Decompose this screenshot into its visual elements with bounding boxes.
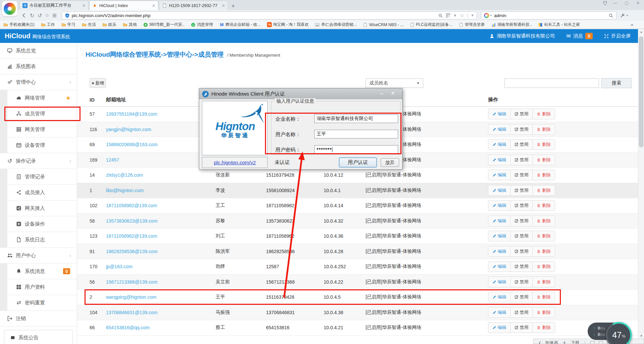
edit-button[interactable]: 编辑: [488, 262, 511, 272]
sidebar-item-12[interactable]: 设备操作: [0, 216, 77, 232]
username-field[interactable]: 王平: [314, 130, 398, 138]
back-icon[interactable]: [21, 13, 27, 18]
browser-tab-3[interactable]: H120-1509-1617-2932-77✕: [159, 1, 228, 10]
disable-button[interactable]: 禁用: [511, 170, 533, 180]
delete-button[interactable]: 删除: [533, 231, 555, 241]
edit-button[interactable]: 编辑: [488, 323, 511, 333]
disable-button[interactable]: 禁用: [511, 185, 533, 195]
browser-tab-2[interactable]: HiCloud | Index✕: [89, 1, 158, 10]
bookmark-item-15[interactable]: 湖南华辰智通科技..: [491, 22, 532, 27]
edit-button[interactable]: 编辑: [488, 231, 511, 241]
url-text[interactable]: plc.hignton.com/V2/admin-member.php: [72, 13, 435, 18]
toolbar-icon[interactable]: [590, 341, 595, 344]
delete-button[interactable]: 删除: [533, 246, 555, 256]
edit-button[interactable]: 编辑: [488, 292, 511, 302]
qr-code-icon[interactable]: [446, 13, 450, 18]
edit-button[interactable]: 编辑: [488, 170, 511, 180]
bookmark-item-10[interactable]: 淘淘宝网 - 淘！我喜欢: [267, 22, 309, 27]
sidebar-item-17[interactable]: ⇄密码重置: [0, 295, 77, 311]
email-link[interactable]: 13573830623@139.com: [106, 218, 158, 224]
sidebar-item-13[interactable]: 系统日志: [0, 232, 77, 248]
delete-button[interactable]: 删除: [533, 109, 555, 119]
edit-button[interactable]: 编辑: [488, 109, 511, 119]
dialog-minimize-button[interactable]: –: [378, 91, 385, 96]
new-tab-button[interactable]: +: [229, 2, 237, 10]
sidebar-item-7[interactable]: 设备管理: [0, 137, 77, 153]
email-link[interactable]: 18711058962@139.com: [106, 233, 157, 239]
disable-button[interactable]: 禁用: [511, 139, 533, 150]
email-link[interactable]: wangping@hignton.com: [106, 294, 156, 300]
disable-button[interactable]: 禁用: [511, 109, 533, 119]
sidebar-item-16[interactable]: 用户资料: [0, 279, 77, 295]
email-link[interactable]: 18711058982@139.com: [106, 203, 157, 208]
authenticate-button[interactable]: 用户认证: [339, 158, 377, 167]
bookmark-item-13[interactable]: PLC远程监控|设备...: [410, 22, 452, 27]
disable-button[interactable]: 禁用: [511, 262, 533, 272]
scroll-up-icon[interactable]: ▲: [638, 29, 644, 35]
skin-icon[interactable]: [602, 1, 608, 5]
disable-button[interactable]: 禁用: [511, 155, 533, 165]
email-link[interactable]: zlxlsy1@126.com: [106, 172, 143, 178]
edit-button[interactable]: 编辑: [488, 200, 511, 211]
scrollbar-thumb[interactable]: [639, 37, 643, 147]
email-link[interactable]: 15671213368@139.com: [106, 279, 158, 285]
bookmark-item-2[interactable]: 工作: [41, 22, 55, 27]
sidebar-item-1[interactable]: 系统总览: [0, 43, 77, 59]
page-scrollbar[interactable]: ▲ ▼: [638, 29, 644, 339]
delete-button[interactable]: 删除: [533, 170, 555, 180]
delete-button[interactable]: 删除: [533, 124, 555, 134]
refresh-icon[interactable]: ↻: [30, 12, 34, 19]
star-icon[interactable]: ★: [66, 95, 71, 102]
disable-button[interactable]: 禁用: [511, 323, 533, 333]
email-link[interactable]: 15866020699@163.com: [106, 142, 158, 147]
dialog-close-button[interactable]: ✕: [389, 91, 397, 96]
apps-grid-icon[interactable]: ⊞: [52, 12, 57, 18]
browser-search-input[interactable]: admin: [494, 13, 608, 18]
sidebar-item-8[interactable]: ↺操作记录›: [0, 153, 77, 169]
delete-button[interactable]: 删除: [533, 216, 555, 226]
disable-button[interactable]: 禁用: [511, 216, 533, 226]
edit-button[interactable]: 编辑: [488, 246, 511, 256]
disable-button[interactable]: 禁用: [511, 307, 533, 318]
tab-close-icon[interactable]: ✕: [82, 3, 86, 8]
browser-tab-1[interactable]: 今今目标互联网工作平台✕: [19, 1, 89, 10]
accelerator-label[interactable]: 加速器: [545, 340, 558, 344]
edit-button[interactable]: 编辑: [488, 277, 511, 287]
delete-button[interactable]: 删除: [533, 262, 555, 272]
bookmark-item-12[interactable]: WiseCRM NBS - ...: [363, 22, 404, 27]
email-link[interactable]: yangjin@hignton.com: [106, 127, 151, 132]
dialog-title-bar[interactable]: Hinode Windows Client 用户认证: [199, 89, 402, 99]
bookmark-item-6[interactable]: 其他: [123, 22, 137, 27]
add-member-button[interactable]: +新增: [90, 78, 106, 88]
sidebar-item-announcement[interactable]: 系统公告: [4, 330, 73, 344]
delete-button[interactable]: 删除: [533, 200, 555, 211]
email-link[interactable]: 18628258536@139.com: [106, 249, 158, 254]
portal-link[interactable]: plc.hignton.com/v2: [214, 160, 256, 165]
bookmark-item-7[interactable]: 360导航_新一代安..: [143, 22, 184, 27]
edit-button[interactable]: 编辑: [488, 139, 511, 150]
filter-select[interactable]: 成员姓名 ▼: [366, 78, 423, 88]
fullscreen-toggle[interactable]: 开启全屏: [604, 33, 631, 39]
company-field[interactable]: 湖南华辰智通科技有限公司: [314, 114, 398, 123]
sidebar-item-4[interactable]: 网络管理★: [0, 90, 77, 106]
sidebar-item-6[interactable]: 网关管理: [0, 122, 77, 137]
edit-button[interactable]: 编辑: [488, 307, 511, 318]
disable-button[interactable]: 禁用: [511, 292, 533, 302]
sidebar-item-9[interactable]: 管理记录: [0, 169, 77, 185]
email-link[interactable]: 12457: [106, 157, 119, 163]
browser-logo[interactable]: [2, 1, 17, 16]
sidebar-item-3[interactable]: 管理中心›: [0, 74, 77, 90]
delete-button[interactable]: 删除: [533, 323, 555, 333]
messages-menu[interactable]: ✉ 消息 0: [567, 33, 593, 39]
company-menu[interactable]: 湖南华辰智通科技有限公司: [489, 33, 555, 39]
bookmark-item-9[interactable]: M腾讯企业邮箱 - 收...: [219, 22, 261, 27]
delete-button[interactable]: 删除: [533, 307, 555, 318]
bookmarks-overflow-icon[interactable]: »: [631, 22, 633, 27]
wrench-icon[interactable]: [620, 13, 625, 18]
sidebar-item-14[interactable]: 用户中心›: [0, 248, 77, 264]
bookmark-star-icon[interactable]: ☆: [460, 13, 464, 18]
edit-button[interactable]: 编辑: [488, 185, 511, 195]
delete-button[interactable]: 删除: [533, 139, 555, 150]
email-link[interactable]: libo@hignton.com: [106, 188, 144, 193]
minimize-button[interactable]: —: [611, 1, 619, 5]
